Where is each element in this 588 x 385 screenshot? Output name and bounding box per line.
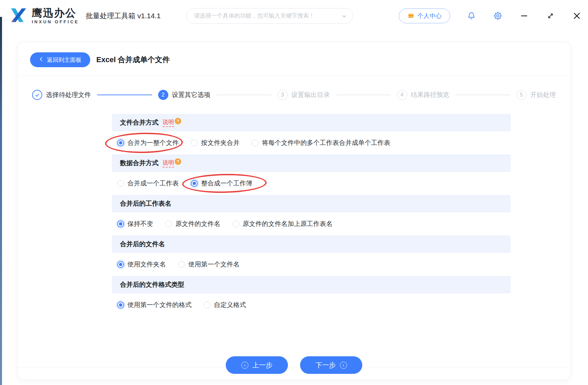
topbar: 鹰迅办公 INXUN OFFICE 批量处理工具箱 v1.14.1 个人中心 [0, 0, 588, 32]
section-4: 合并后的文件名使用文件夹名使用第一个文件名 [112, 235, 511, 276]
back-to-dashboard-button[interactable]: 返回到主面板 [30, 52, 90, 67]
question-badge-icon[interactable]: ? [175, 118, 181, 124]
stepper-step-3[interactable]: 3设置输出目录 [277, 90, 330, 100]
section-header: 合并后的文件格式类型 [112, 276, 511, 293]
help-link[interactable]: 说明 [163, 118, 174, 127]
radio-label: 合并成一个工作表 [127, 179, 179, 188]
radio-unselected-icon [252, 139, 259, 146]
next-step-button[interactable]: 下一步 › [300, 356, 362, 374]
section-header: 数据合并方式说明? [112, 154, 511, 172]
radio-option[interactable]: 使用文件夹名 [117, 260, 166, 269]
radio-option[interactable]: 合并为一整个文件 [117, 138, 179, 147]
personal-center-button[interactable]: 个人中心 [399, 8, 450, 23]
radio-group: 合并成一个工作表整合成一个工作簿 [112, 172, 511, 195]
settings-gear-icon[interactable] [493, 11, 503, 21]
radio-unselected-icon [117, 180, 124, 187]
maximize-resize-icon[interactable] [545, 11, 556, 21]
stepper: 选择待处理文件2设置其它选项3设置输出目录4结果路径预览5开始处理 [18, 90, 570, 100]
radio-option[interactable]: 按文件夹合并 [191, 138, 240, 147]
radio-selected-icon [117, 221, 124, 227]
radio-option[interactable]: 使用第一个文件的格式 [117, 301, 192, 309]
radio-option[interactable]: 保持不变 [117, 220, 153, 228]
stepper-step-1[interactable]: 选择待处理文件 [32, 90, 91, 100]
circle-arrow-left-icon: ‹ [241, 362, 248, 369]
question-badge-icon[interactable]: ? [175, 158, 181, 165]
radio-unselected-icon [165, 221, 172, 227]
radio-label: 原文件的文件名 [175, 220, 220, 228]
check-icon [32, 90, 42, 100]
notification-bell-icon[interactable] [466, 11, 476, 21]
radio-selected-icon [117, 139, 124, 146]
step-label: 设置其它选项 [172, 91, 211, 99]
section-title: 数据合并方式 [120, 159, 158, 168]
radio-group: 合并为一整个文件按文件夹合并将每个文件中的多个工作表合并成单个工作表 [112, 131, 511, 154]
section-2: 数据合并方式说明?合并成一个工作表整合成一个工作簿 [112, 154, 511, 195]
section-title: 合并后的文件名 [120, 240, 165, 249]
previous-step-label: 上一步 [252, 361, 273, 370]
radio-selected-icon [191, 180, 198, 187]
radio-label: 将每个文件中的多个工作表合并成单个工作表 [262, 138, 390, 147]
minimize-icon[interactable] [519, 11, 529, 21]
stepper-step-4[interactable]: 4结果路径预览 [397, 90, 449, 100]
step-connector [336, 95, 391, 95]
radio-option[interactable]: 原文件的文件名 [165, 220, 220, 228]
radio-label: 保持不变 [127, 220, 153, 228]
section-title: 合并后的文件格式类型 [120, 280, 184, 289]
step-label: 选择待处理文件 [46, 91, 91, 99]
close-icon[interactable] [572, 11, 582, 21]
search-input[interactable] [194, 12, 338, 19]
radio-label: 原文件的文件名加上原工作表名 [243, 220, 333, 228]
radio-option[interactable]: 使用第一个文件名 [178, 260, 240, 269]
radio-option[interactable]: 原文件的文件名加上原工作表名 [232, 220, 333, 228]
step-label: 结果路径预览 [411, 91, 449, 99]
brand-name-en: INXUN OFFICE [32, 20, 79, 24]
brand-logo: 鹰迅办公 INXUN OFFICE [9, 5, 79, 26]
back-button-label: 返回到主面板 [47, 56, 81, 64]
radio-unselected-icon [232, 221, 239, 227]
help-link[interactable]: 说明 [163, 159, 174, 168]
radio-label: 使用第一个文件名 [188, 260, 240, 269]
radio-selected-icon [117, 261, 124, 268]
section-header: 合并后的文件名 [112, 235, 511, 253]
logo-icon [9, 5, 28, 26]
section-1: 文件合并方式说明?合并为一整个文件按文件夹合并将每个文件中的多个工作表合并成单个… [112, 114, 511, 154]
personal-center-label: 个人中心 [417, 12, 442, 20]
stepper-step-2[interactable]: 2设置其它选项 [158, 90, 211, 100]
radio-label: 使用文件夹名 [127, 260, 166, 269]
section-header: 合并后的工作表名 [112, 195, 511, 212]
app-title: 批量处理工具箱 v1.14.1 [86, 11, 161, 21]
brand-name-cn: 鹰迅办公 [32, 8, 79, 18]
main-panel: 返回到主面板 Excel 合并成单个文件 选择待处理文件2设置其它选项3设置输出… [18, 42, 570, 380]
radio-option[interactable]: 合并成一个工作表 [117, 179, 179, 188]
radio-unselected-icon [178, 261, 185, 268]
radio-group: 保持不变原文件的文件名原文件的文件名加上原工作表名 [112, 212, 511, 235]
step-label: 设置输出目录 [291, 91, 330, 99]
radio-label: 合并为一整个文件 [127, 138, 179, 147]
wizard-nav: ‹ 上一步 下一步 › [18, 356, 570, 374]
step-connector [217, 95, 272, 95]
section-title: 文件合并方式 [120, 118, 158, 127]
step-label: 开始处理 [530, 91, 556, 99]
step-number-circle: 4 [397, 90, 407, 100]
radio-option[interactable]: 整合成一个工作簿 [191, 179, 252, 188]
section-title: 合并后的工作表名 [120, 199, 171, 208]
chevron-down-icon [342, 14, 347, 20]
radio-label: 按文件夹合并 [201, 138, 240, 147]
radio-label: 自定义格式 [214, 301, 246, 309]
step-connector [97, 95, 152, 95]
radio-label: 整合成一个工作簿 [201, 179, 252, 188]
radio-option[interactable]: 自定义格式 [204, 301, 246, 309]
stepper-step-5[interactable]: 5开始处理 [516, 90, 556, 100]
divider [18, 75, 570, 76]
desktop-edge [0, 17, 2, 385]
radio-option[interactable]: 将每个文件中的多个工作表合并成单个工作表 [252, 138, 390, 147]
next-step-label: 下一步 [316, 361, 336, 370]
radio-unselected-icon [191, 139, 198, 146]
section-3: 合并后的工作表名保持不变原文件的文件名原文件的文件名加上原工作表名 [112, 195, 511, 235]
step-connector [456, 95, 511, 95]
function-search-select[interactable] [186, 8, 353, 24]
radio-group: 使用文件夹名使用第一个文件名 [112, 253, 511, 276]
chevron-left-icon [39, 56, 44, 63]
crown-icon [407, 11, 415, 21]
previous-step-button[interactable]: ‹ 上一步 [226, 356, 288, 374]
